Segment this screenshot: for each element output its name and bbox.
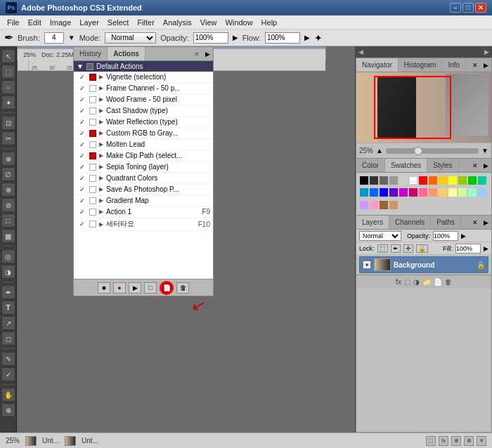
shape-tool-button[interactable]: ◻ <box>1 331 15 345</box>
color-menu-icon[interactable]: ▶ <box>481 162 491 169</box>
swatch-white[interactable] <box>409 176 417 185</box>
create-set-button[interactable]: □ <box>144 282 157 294</box>
status-btn-5[interactable]: ✕ <box>477 436 486 446</box>
title-controls[interactable]: – □ ✕ <box>450 3 486 13</box>
magic-wand-button[interactable]: ✦ <box>1 95 15 110</box>
tab-color[interactable]: Color <box>356 159 385 172</box>
tab-styles[interactable]: Styles <box>427 159 458 172</box>
status-btn-3[interactable]: ⊕ <box>451 436 461 446</box>
action-item-custom-rgb[interactable]: ✓ ▶ Custom RGB to Gray... <box>74 128 213 139</box>
swatch-brown[interactable] <box>380 201 388 209</box>
new-layer-btn[interactable]: 📄 <box>434 278 442 286</box>
swatch-salmon[interactable] <box>429 188 437 197</box>
swatch-magenta[interactable] <box>399 188 408 197</box>
menu-window[interactable]: Window <box>221 17 257 28</box>
action-item-quadrant[interactable]: ✓ ▶ Quadrant Colors <box>74 173 213 184</box>
maximize-button[interactable]: □ <box>462 3 474 13</box>
action-item-korean[interactable]: ✓ ▶ 세터타요 F10 <box>74 218 213 231</box>
layers-opacity-arrow[interactable]: ▶ <box>461 232 466 239</box>
status-btn-4[interactable]: ⊗ <box>464 436 474 446</box>
close-button[interactable]: ✕ <box>475 3 486 13</box>
tab-histogram[interactable]: Histogram <box>399 58 443 72</box>
record-button[interactable]: ● <box>113 282 126 294</box>
nav-zoom-slider[interactable] <box>386 148 479 154</box>
swatch-orange[interactable] <box>429 176 437 185</box>
play-button[interactable]: ▶ <box>129 282 141 294</box>
slice-tool-button[interactable]: ✂ <box>1 131 15 145</box>
layer-background[interactable]: 👁 Background 🔒 <box>359 256 488 273</box>
action-item-water-reflection[interactable]: ✓ ▶ Water Reflection (type) <box>74 117 213 128</box>
opacity-input[interactable] <box>193 32 228 44</box>
fx-button[interactable]: fx <box>396 278 401 286</box>
history-brush-button[interactable]: ⊘ <box>1 198 15 212</box>
new-action-button[interactable]: 📄 <box>160 281 174 295</box>
nav-menu-icon[interactable]: ▶ <box>481 62 491 69</box>
color-panel-close[interactable]: ✕ <box>470 162 481 169</box>
swatch-yellow[interactable] <box>448 176 457 185</box>
delete-button[interactable]: 🗑 <box>176 282 189 294</box>
strip-arrow-right[interactable]: ▶ <box>484 48 489 55</box>
strip-arrow-left[interactable]: ◀ <box>358 48 363 55</box>
blend-mode-select[interactable]: Normal <box>105 32 156 44</box>
swatch-peach[interactable] <box>439 188 447 197</box>
action-item-wood-frame[interactable]: ✓ ▶ Wood Frame - 50 pixel <box>74 94 213 105</box>
zoom-in-icon[interactable]: ▼ <box>481 147 488 154</box>
gradient-tool-button[interactable]: ▦ <box>1 229 15 243</box>
tab-paths[interactable]: Paths <box>431 216 461 229</box>
notes-tool-button[interactable]: ✎ <box>1 352 15 366</box>
swatch-mint[interactable] <box>468 188 477 197</box>
swatch-teal[interactable] <box>478 176 486 185</box>
action-item-gradient-map[interactable]: ✓ ▶ Gradient Map <box>74 195 213 206</box>
flow-arrow[interactable]: ▶ <box>304 34 310 41</box>
layers-panel-close[interactable]: ✕ <box>470 219 481 226</box>
action-item-vignette[interactable]: ✓ ▶ Vignette (selection) <box>74 72 213 83</box>
menu-view[interactable]: View <box>196 17 221 28</box>
lasso-tool-button[interactable]: ○ <box>1 80 15 94</box>
layers-opacity-input[interactable] <box>433 231 458 241</box>
menu-analysis[interactable]: Analysis <box>159 17 196 28</box>
actions-panel-close[interactable]: ✕ <box>191 51 202 58</box>
action-item-action1[interactable]: ✓ ▶ Action 1 F9 <box>74 206 213 218</box>
tab-navigator[interactable]: Navigator <box>356 58 399 72</box>
text-tool-button[interactable]: T <box>1 301 15 315</box>
minimize-button[interactable]: – <box>450 3 461 13</box>
brush-dropdown-arrow[interactable]: ▼ <box>68 34 75 41</box>
lock-transparent-btn[interactable]: ⬚ <box>377 244 388 253</box>
tab-info[interactable]: Info <box>442 58 466 72</box>
swatch-tan[interactable] <box>389 201 398 209</box>
action-item-frame-channel[interactable]: ✓ ▶ Frame Channel - 50 p... <box>74 83 213 94</box>
swatch-darkblue[interactable] <box>380 188 388 197</box>
swatch-cyan[interactable] <box>360 188 368 197</box>
marquee-tool-button[interactable]: ⬚ <box>1 65 15 79</box>
fill-arrow[interactable]: ▶ <box>484 245 488 252</box>
menu-file[interactable]: File <box>3 17 24 28</box>
swatch-black[interactable] <box>360 176 368 185</box>
delete-layer-btn[interactable]: 🗑 <box>445 278 452 286</box>
action-group-default[interactable]: ▼ Default Actions <box>74 61 213 72</box>
swatch-lime[interactable] <box>458 176 467 185</box>
layers-blend-mode[interactable]: Normal <box>359 231 401 241</box>
actions-menu-icon[interactable]: ▶ <box>202 51 213 58</box>
swatch-purple[interactable] <box>389 188 398 197</box>
nav-panel-close[interactable]: ✕ <box>470 62 481 69</box>
fill-input[interactable] <box>455 244 481 253</box>
menu-layer[interactable]: Layer <box>75 17 103 28</box>
swatch-lightpink[interactable] <box>419 188 427 197</box>
healing-brush-button[interactable]: ⊕ <box>1 152 15 166</box>
stop-button[interactable]: ■ <box>98 282 110 294</box>
swatch-darkgray[interactable] <box>370 176 378 185</box>
zoom-out-icon[interactable]: ▲ <box>376 147 383 154</box>
group-btn[interactable]: 📁 <box>422 278 431 286</box>
flow-input[interactable] <box>265 32 300 44</box>
tab-history[interactable]: History <box>74 47 108 60</box>
layer-visibility-icon[interactable]: 👁 <box>363 261 371 269</box>
swatch-lightyellow[interactable] <box>448 188 457 197</box>
crop-tool-button[interactable]: ⊡ <box>1 116 15 130</box>
swatch-blue[interactable] <box>370 188 378 197</box>
tab-swatches[interactable]: Swatches <box>385 159 427 172</box>
action-item-molten-lead[interactable]: ✓ ▶ Molten Lead <box>74 139 213 150</box>
hand-tool-button[interactable]: ✋ <box>1 388 15 402</box>
menu-help[interactable]: Help <box>257 17 282 28</box>
action-item-cast-shadow[interactable]: ✓ ▶ Cast Shadow (type) <box>74 105 213 117</box>
brush-size-input[interactable] <box>44 32 64 44</box>
